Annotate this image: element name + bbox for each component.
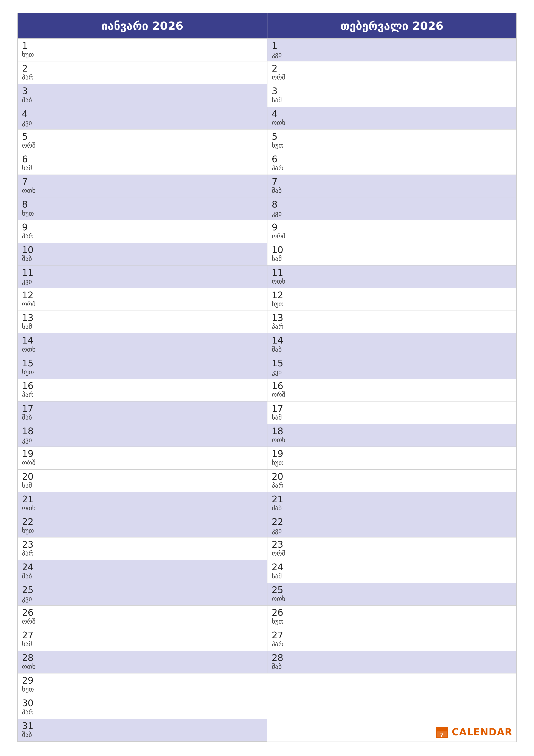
day-name: ორშ [272, 550, 512, 557]
day-number: 26 [22, 608, 263, 618]
day-name: შაბ [272, 504, 512, 512]
jan-day-row: 30პარ [18, 696, 267, 719]
jan-day-row: 1ხუთ [18, 39, 267, 62]
feb-day-row: 11ოთხ [267, 265, 516, 288]
day-name: კვი [22, 436, 263, 444]
feb-day-row: 9ორშ [267, 220, 516, 243]
day-name: ოთხ [22, 504, 263, 512]
day-number: 24 [22, 562, 263, 572]
day-name: კვი [272, 51, 512, 59]
jan-day-row: 22ხუთ [18, 515, 267, 537]
jan-day-row: 16პარ [18, 379, 267, 401]
day-name: შაბ [22, 572, 263, 580]
day-number: 12 [272, 290, 512, 300]
day-name: სამ [22, 640, 263, 648]
day-name: კვი [22, 595, 263, 603]
january-header: იანვარი 2026 [18, 14, 267, 39]
day-number: 25 [22, 585, 263, 595]
day-name: ოთხ [22, 187, 263, 195]
jan-day-row: 26ორშ [18, 606, 267, 628]
day-number: 2 [22, 64, 263, 73]
day-number: 25 [272, 585, 512, 595]
feb-day-row: 13პარ [267, 311, 516, 334]
day-number: 5 [272, 132, 512, 142]
svg-rect-2 [436, 729, 448, 730]
day-name: ორშ [22, 618, 263, 625]
day-name: შაბ [22, 731, 263, 739]
jan-day-row: 11კვი [18, 265, 267, 288]
day-name: ორშ [22, 300, 263, 308]
day-name: სამ [22, 164, 263, 172]
feb-day-row: 8კვი [267, 198, 516, 220]
feb-day-row: 22კვი [267, 515, 516, 537]
day-name: ოთხ [22, 663, 263, 671]
feb-day-row: 5ხუთ [267, 129, 516, 152]
day-name: ოთხ [272, 278, 512, 285]
jan-day-row: 6სამ [18, 152, 267, 175]
jan-day-row: 31შაბ [18, 719, 267, 742]
feb-day-row: 18ოთხ [267, 424, 516, 447]
jan-day-row: 20სამ [18, 470, 267, 492]
day-name: სამ [22, 482, 263, 489]
day-number: 4 [272, 109, 512, 119]
jan-day-row: 3შაბ [18, 84, 267, 107]
day-number: 5 [22, 132, 263, 142]
day-name: ორშ [272, 391, 512, 399]
day-name: სამ [272, 414, 512, 421]
day-number: 11 [272, 268, 512, 278]
day-number: 14 [22, 336, 263, 345]
january-column: 1ხუთ2პარ3შაბ4კვი5ორშ6სამ7ოთხ8ხუთ9პარ10შა… [18, 39, 267, 742]
svg-text:7: 7 [440, 731, 444, 738]
day-name: ოთხ [272, 119, 512, 127]
day-number: 15 [272, 358, 512, 368]
feb-day-row: 6პარ [267, 152, 516, 175]
day-number: 27 [22, 630, 263, 640]
feb-day-row: 3სამ [267, 84, 516, 107]
day-name: ორშ [272, 232, 512, 240]
day-number: 21 [272, 494, 512, 504]
day-number: 7 [22, 177, 263, 187]
feb-day-row: 16ორშ [267, 379, 516, 401]
day-number: 10 [22, 245, 263, 255]
feb-day-row: 12ხუთ [267, 288, 516, 311]
feb-day-row: 19ხუთ [267, 447, 516, 470]
day-number: 18 [22, 426, 263, 436]
logo-text: CALENDAR [452, 726, 513, 738]
day-name: ოთხ [22, 346, 263, 353]
february-column: 1კვი2ორშ3სამ4ოთხ5ხუთ6პარ7შაბ8კვი9ორშ10სა… [267, 39, 516, 742]
calendar-logo-icon: 7 [435, 725, 449, 739]
day-name: კვი [272, 527, 512, 535]
day-number: 6 [22, 154, 263, 164]
day-number: 10 [272, 245, 512, 255]
feb-day-row: 1კვი [267, 39, 516, 62]
day-number: 12 [22, 290, 263, 300]
day-number: 17 [22, 404, 263, 414]
day-number: 4 [22, 109, 263, 119]
day-number: 9 [272, 222, 512, 232]
day-number: 8 [272, 200, 512, 209]
day-number: 19 [272, 449, 512, 459]
day-name: ხუთ [22, 368, 263, 376]
day-name: ხუთ [272, 618, 512, 625]
day-name: პარ [272, 164, 512, 172]
jan-day-row: 27სამ [18, 628, 267, 651]
day-number: 15 [22, 358, 263, 368]
jan-day-row: 10შაბ [18, 243, 267, 265]
day-name: ხუთ [272, 300, 512, 308]
feb-day-row: 27პარ [267, 628, 516, 651]
day-name: კვი [22, 119, 263, 127]
day-number: 26 [272, 608, 512, 618]
day-number: 24 [272, 562, 512, 572]
day-number: 2 [272, 64, 512, 73]
day-number: 14 [272, 336, 512, 345]
day-name: ხუთ [272, 459, 512, 467]
day-name: ხუთ [272, 142, 512, 149]
day-name: ოთხ [272, 436, 512, 444]
feb-day-row: 21შაბ [267, 492, 516, 515]
feb-day-row: 26ხუთ [267, 606, 516, 628]
day-number: 19 [22, 449, 263, 459]
day-number: 9 [22, 222, 263, 232]
day-number: 7 [272, 177, 512, 187]
day-number: 1 [272, 41, 512, 51]
day-name: შაბ [22, 255, 263, 263]
